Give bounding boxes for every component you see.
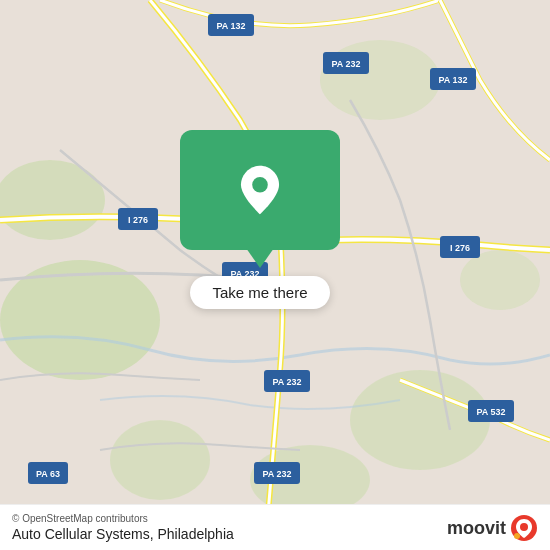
moovit-logo-icon — [510, 514, 538, 542]
svg-text:PA 132: PA 132 — [438, 75, 467, 85]
svg-text:PA 232: PA 232 — [262, 469, 291, 479]
moovit-logo-text: moovit — [447, 518, 506, 539]
svg-point-5 — [110, 420, 210, 500]
svg-point-2 — [0, 160, 105, 240]
svg-text:PA 232: PA 232 — [272, 377, 301, 387]
svg-text:PA 232: PA 232 — [331, 59, 360, 69]
callout-bubble — [180, 130, 340, 250]
map-container: PA 132 PA 232 PA 132 I 276 PA 232 I 276 … — [0, 0, 550, 550]
svg-text:I 276: I 276 — [128, 215, 148, 225]
location-pin-icon — [234, 164, 286, 216]
moovit-logo: moovit — [447, 514, 538, 542]
svg-point-29 — [252, 177, 268, 193]
svg-text:PA 532: PA 532 — [476, 407, 505, 417]
svg-point-32 — [514, 533, 520, 539]
svg-text:PA 132: PA 132 — [216, 21, 245, 31]
svg-text:I 276: I 276 — [450, 243, 470, 253]
svg-text:PA 63: PA 63 — [36, 469, 60, 479]
callout: Take me there — [155, 130, 365, 309]
take-me-there-button[interactable]: Take me there — [190, 276, 329, 309]
svg-point-31 — [520, 523, 528, 531]
svg-point-6 — [460, 250, 540, 310]
